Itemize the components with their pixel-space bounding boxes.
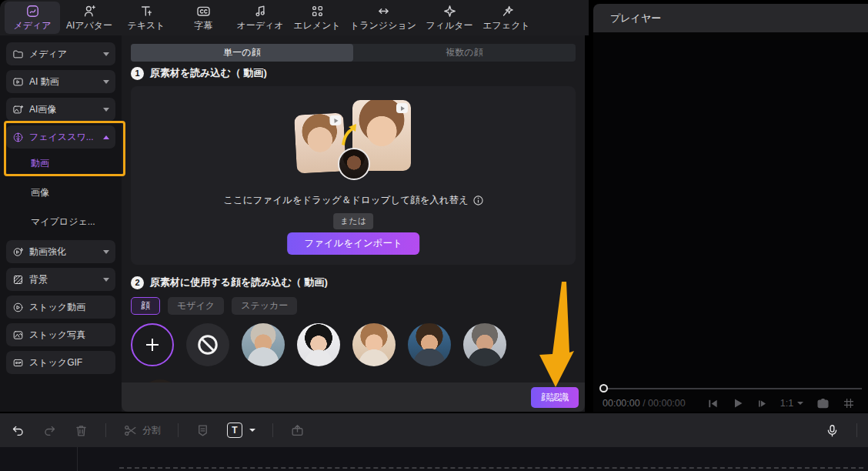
dropzone-hint-text: ここにファイルをドラッグ＆ドロップして顔を入れ替え — [223, 194, 469, 207]
snapshot-icon[interactable] — [816, 397, 830, 410]
no-face-button[interactable] — [186, 323, 229, 366]
timeline-toolbar: 分割 T — [0, 413, 868, 447]
nav-tab-text[interactable]: テキスト — [119, 2, 174, 34]
play-icon[interactable] — [732, 397, 744, 409]
sidebar-item-media[interactable]: メディア — [6, 42, 115, 65]
sidebar-item-background[interactable]: 背景 — [6, 268, 115, 291]
player-scrubber[interactable] — [599, 384, 862, 393]
nav-tab-label: トランジション — [350, 19, 416, 32]
sidebar-item-faceswap-video[interactable]: 動画 — [31, 157, 49, 170]
or-label: または — [333, 213, 373, 229]
split-button[interactable]: 分割 — [123, 423, 161, 438]
delete-button[interactable] — [74, 423, 88, 438]
time-display: 00:00:00 / 00:00:00 — [603, 398, 686, 409]
tab-multi-face[interactable]: 複数の顔 — [353, 44, 576, 62]
time-separator: / — [640, 398, 648, 409]
sidebar-item-faceswap-image[interactable]: 画像 — [31, 186, 49, 199]
enhance-icon — [12, 246, 24, 258]
redo-button[interactable] — [42, 423, 57, 438]
mode-tabs: 単一の顔 複数の顔 — [131, 44, 576, 62]
step2-number-badge: 2 — [131, 276, 144, 289]
voiceover-button[interactable] — [825, 423, 840, 438]
zoom-ratio-label: 1:1 — [780, 398, 793, 409]
nav-tab-label: 字幕 — [194, 19, 212, 32]
face-avatar-woman-dark-hair[interactable] — [297, 323, 340, 366]
next-frame-icon[interactable] — [757, 399, 767, 409]
faceswap-illustration — [295, 100, 411, 185]
toolbar-divider — [178, 423, 179, 437]
sidebar-item-label: ストック写真 — [29, 329, 109, 342]
nav-tab-elements[interactable]: エレメント — [289, 2, 345, 34]
sidebar-item-label: 動画強化 — [29, 246, 98, 259]
zoom-ratio-dropdown[interactable]: 1:1 — [780, 398, 803, 409]
face-recognition-button[interactable]: 顔認識 — [531, 387, 579, 408]
scrubber-track[interactable] — [603, 388, 862, 389]
sidebar-item-stock-video[interactable]: ストック動画 — [6, 296, 115, 319]
tab-sticker[interactable]: ステッカー — [232, 297, 297, 315]
chevron-down-icon — [103, 80, 109, 84]
nav-tab-filter[interactable]: フィルター — [422, 2, 477, 34]
export-icon — [290, 423, 305, 438]
info-icon[interactable] — [473, 195, 483, 205]
nav-tab-ai-avatar[interactable]: AIアバター — [62, 2, 117, 34]
media-icon — [25, 4, 40, 18]
sidebar-item-video-enhance[interactable]: 動画強化 — [6, 240, 115, 263]
plus-icon — [143, 336, 162, 354]
import-file-button[interactable]: ファイルをインポート — [287, 232, 419, 255]
file-dropzone[interactable]: ここにファイルをドラッグ＆ドロップして顔を入れ替え または ファイルをインポート — [131, 86, 576, 265]
export-button[interactable] — [290, 423, 305, 438]
grid-icon[interactable] — [843, 397, 855, 409]
trash-icon — [74, 423, 88, 438]
chevron-down-icon — [103, 52, 109, 56]
toolbar-divider — [272, 423, 273, 437]
text-tool-icon: T — [227, 423, 242, 438]
toolbar-divider — [105, 423, 106, 437]
player-header: プレイヤー — [593, 4, 868, 32]
marker-button[interactable] — [195, 423, 210, 438]
nav-tab-transition[interactable]: トランジション — [346, 2, 420, 34]
sidebar-item-label: AI画像 — [29, 103, 98, 116]
prev-frame-icon[interactable] — [707, 398, 719, 409]
audio-icon — [253, 4, 268, 18]
add-face-button[interactable] — [131, 323, 174, 366]
tab-mosaic[interactable]: モザイク — [168, 297, 224, 315]
sidebar-item-label: ストック動画 — [29, 301, 109, 314]
face-avatar-woman-warm[interactable] — [352, 323, 396, 366]
drop-track-placeholder — [119, 467, 863, 469]
faceswap-icon — [12, 132, 24, 143]
sidebar-item-stock-gif[interactable]: ストックGIF — [6, 351, 115, 374]
nav-tab-media[interactable]: メディア — [5, 2, 60, 34]
time-current: 00:00:00 — [603, 398, 640, 409]
nav-tab-audio[interactable]: オーディオ — [232, 2, 288, 34]
tab-single-face[interactable]: 単一の顔 — [131, 44, 353, 62]
sidebar-item-stock-photo[interactable]: ストック写真 — [6, 323, 115, 346]
undo-icon — [11, 423, 25, 438]
text-tool-button[interactable]: T — [227, 423, 255, 438]
tab-face[interactable]: 顔 — [131, 297, 160, 315]
player-controls: 00:00:00 / 00:00:00 1:1 — [593, 395, 868, 412]
effect-icon — [499, 4, 514, 18]
badge-icon — [195, 423, 210, 438]
dropzone-hint: ここにファイルをドラッグ＆ドロップして顔を入れ替え — [131, 194, 576, 207]
nav-tab-subtitle[interactable]: 字幕 — [175, 2, 231, 34]
playhead-handle[interactable] — [599, 384, 608, 392]
sidebar-item-ai-video[interactable]: AI 動画 — [6, 70, 115, 93]
undo-button[interactable] — [11, 423, 25, 438]
sidebar-item-my-projects[interactable]: マイプロジェ... — [31, 215, 95, 229]
panel-footer: 顔認識 — [122, 382, 585, 412]
folder-icon — [12, 48, 24, 60]
nav-tab-label: エフェクト — [482, 19, 529, 32]
mic-icon — [825, 423, 840, 438]
sidebar-item-ai-image[interactable]: AI画像 — [6, 98, 115, 121]
chevron-down-icon — [103, 108, 109, 112]
stock-gif-icon — [12, 357, 24, 369]
chevron-down-icon — [249, 429, 255, 432]
chevron-down-icon — [797, 402, 803, 405]
app-window: メディア AIアバター テキスト 字幕 オーディオ エレメント トランジション — [0, 0, 868, 471]
face-avatar-elderly-man[interactable] — [242, 323, 285, 366]
face-avatar-woman-blazer[interactable] — [408, 323, 451, 366]
sidebar-item-faceswap[interactable]: フェイススワ... — [6, 125, 115, 149]
face-avatar-man-suit-glasses[interactable] — [463, 323, 506, 366]
timeline-area[interactable] — [0, 447, 868, 471]
nav-tab-effect[interactable]: エフェクト — [479, 2, 534, 34]
